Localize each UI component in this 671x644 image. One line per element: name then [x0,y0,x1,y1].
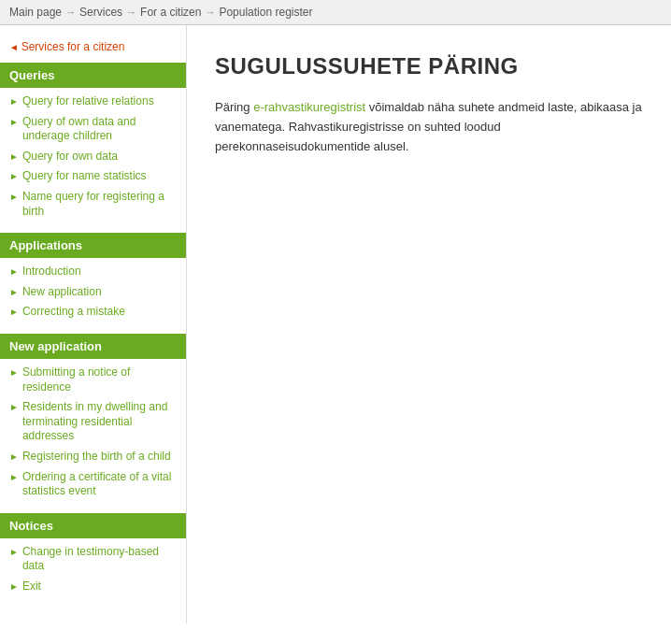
breadcrumb-citizen[interactable]: For a citizen [140,6,201,19]
bullet-icon: ► [9,472,19,482]
bullet-icon: ► [9,581,19,592]
sidebar-item-introduction[interactable]: Introduction [22,265,81,279]
sidebar-items-queries: ► Query for relative relations ► Query o… [0,88,186,225]
sidebar-section-notices: Notices ► Change in testimony-based data… [0,513,186,601]
list-item: ► Query for relative relations [0,92,186,112]
breadcrumb-services[interactable]: Services [79,6,122,19]
bullet-icon: ► [9,171,19,181]
breadcrumb-current: Population register [219,6,312,19]
e-rahvastik-link[interactable]: e-rahvastikuregistrist [253,100,365,114]
sidebar-section-queries: Queries ► Query for relative relations ►… [0,63,186,225]
sidebar-section-applications: Applications ► Introduction ► New applic… [0,233,186,326]
sidebar-item-query-birth[interactable]: Name query for registering a birth [22,190,180,219]
list-item: ► Introduction [0,262,186,282]
page-title: SUGULUSSUHETE PÄRING [215,53,643,79]
bullet-icon: ► [9,117,19,127]
sidebar-item-testimony[interactable]: Change in testimony-based data [22,545,180,574]
bullet-icon: ► [9,402,19,412]
sidebar-section-header-new-app[interactable]: New application [0,334,186,359]
sidebar-section-header-applications[interactable]: Applications [0,233,186,258]
breadcrumb-home[interactable]: Main page [9,6,62,19]
bullet-icon: ► [9,287,19,297]
sidebar-item-ordering-certificate[interactable]: Ordering a certificate of a vital statis… [22,470,180,499]
breadcrumb-arrow-3: → [205,7,215,18]
services-citizen-link[interactable]: Services for a citizen [21,40,125,53]
list-item: ► Query of own data and underage childre… [0,112,186,147]
list-item: ► Registering the birth of a child [0,447,186,467]
sidebar-item-registering-birth[interactable]: Registering the birth of a child [22,450,171,465]
sidebar-item-new-application[interactable]: New application [22,285,102,300]
list-item: ► Exit [0,577,186,597]
sidebar-items-new-application: ► Submitting a notice of residence ► Res… [0,359,186,506]
content-body: Päring e-rahvastikuregistrist võimaldab … [215,98,643,156]
sidebar-section-header-notices[interactable]: Notices [0,513,186,538]
sidebar-item-query-name[interactable]: Query for name statistics [22,169,147,184]
breadcrumb-arrow-1: → [65,7,76,18]
bullet-icon: ► [9,451,19,462]
bullet-icon: ► [9,547,19,557]
sidebar-item-query-relative[interactable]: Query for relative relations [22,94,154,109]
bullet-icon: ► [9,367,19,378]
sidebar-top-link[interactable]: Services for a citizen [0,35,186,63]
list-item: ► New application [0,282,186,303]
list-item: ► Query for own data [0,147,186,167]
sidebar-section-header-queries[interactable]: Queries [0,63,186,88]
sidebar-items-applications: ► Introduction ► New application ► Corre… [0,258,186,326]
bullet-icon: ► [9,192,19,202]
list-item: ► Name query for registering a birth [0,187,186,222]
breadcrumb-arrow-2: → [126,7,136,18]
list-item: ► Submitting a notice of residence [0,363,186,397]
sidebar-item-submitting-notice[interactable]: Submitting a notice of residence [22,365,180,394]
sidebar: Services for a citizen Queries ► Query f… [0,25,187,623]
list-item: ► Correcting a mistake [0,302,186,322]
bullet-icon: ► [9,307,19,317]
sidebar-items-notices: ► Change in testimony-based data ► Exit [0,538,186,601]
breadcrumb: Main page → Services → For a citizen → P… [0,0,671,25]
sidebar-item-exit[interactable]: Exit [22,580,41,594]
sidebar-item-residents[interactable]: Residents in my dwelling and terminating… [22,400,180,444]
bullet-icon: ► [9,151,19,162]
main-content: SUGULUSSUHETE PÄRING Päring e-rahvastiku… [187,25,671,623]
bullet-icon: ► [9,96,19,107]
list-item: ► Ordering a certificate of a vital stat… [0,467,186,502]
sidebar-item-query-own-underage[interactable]: Query of own data and underage children [22,115,180,144]
list-item: ► Change in testimony-based data [0,542,186,577]
list-item: ► Query for name statistics [0,166,186,187]
list-item: ► Residents in my dwelling and terminati… [0,397,186,447]
sidebar-section-new-application: New application ► Submitting a notice of… [0,334,186,506]
sidebar-item-query-own-data[interactable]: Query for own data [22,150,118,165]
bullet-icon: ► [9,266,19,277]
sidebar-item-correcting[interactable]: Correcting a mistake [22,305,125,320]
